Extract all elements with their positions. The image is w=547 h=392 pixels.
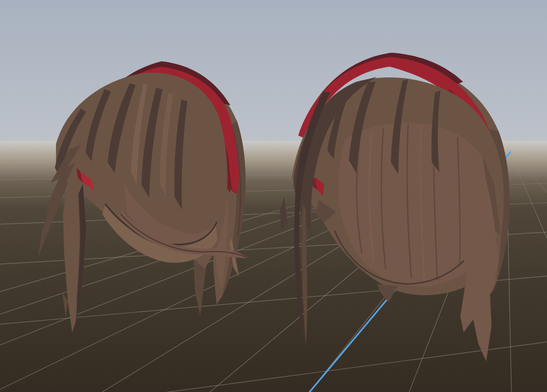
3d-viewport[interactable] [0,0,547,392]
scene-canvas [0,0,547,392]
